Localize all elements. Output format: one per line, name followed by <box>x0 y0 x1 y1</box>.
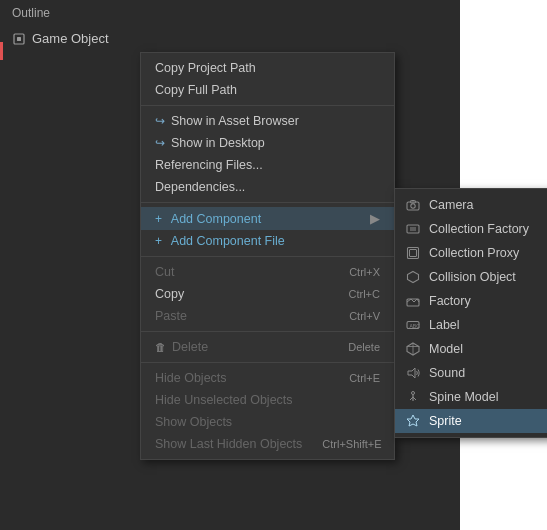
svg-marker-15 <box>408 368 415 378</box>
menu-label: + Add Component <box>155 212 261 226</box>
outline-panel: Outline Game Object Copy Project Path Co… <box>0 0 460 530</box>
menu-item-add-component-file[interactable]: + Add Component File <box>141 230 394 252</box>
separator-3 <box>141 256 394 257</box>
sound-icon <box>405 365 421 381</box>
submenu-item-factory[interactable]: Factory <box>395 289 547 313</box>
svg-rect-1 <box>17 37 21 41</box>
menu-label: Hide Unselected Objects <box>155 393 293 407</box>
menu-label: Show Last Hidden Objects <box>155 437 302 451</box>
collection-proxy-icon <box>405 245 421 261</box>
menu-item-cut[interactable]: Cut Ctrl+X <box>141 261 394 283</box>
shortcut-paste: Ctrl+V <box>349 310 380 322</box>
svg-text:ABC: ABC <box>410 323 421 329</box>
menu-item-referencing-files[interactable]: Referencing Files... <box>141 154 394 176</box>
plus-icon: + <box>155 234 162 248</box>
context-menu: Copy Project Path Copy Full Path ↪Show i… <box>140 52 395 460</box>
menu-item-dependencies[interactable]: Dependencies... <box>141 176 394 198</box>
menu-item-show-desktop[interactable]: ↪Show in Desktop <box>141 132 394 154</box>
svg-point-16 <box>412 392 415 395</box>
menu-item-show-asset-browser[interactable]: ↪Show in Asset Browser <box>141 110 394 132</box>
svg-point-3 <box>411 204 415 208</box>
menu-label: Copy Full Path <box>155 83 237 97</box>
menu-label: Copy Project Path <box>155 61 256 75</box>
menu-label: Dependencies... <box>155 180 245 194</box>
svg-rect-5 <box>407 225 419 233</box>
arrow-icon: ↪ <box>155 114 165 128</box>
submenu-label: Model <box>429 342 463 356</box>
submenu-label: Label <box>429 318 460 332</box>
submenu-item-label[interactable]: ABC Label <box>395 313 547 337</box>
menu-label: Referencing Files... <box>155 158 263 172</box>
add-component-submenu: Camera Collection Factory Collection Pro… <box>394 188 547 438</box>
menu-item-paste[interactable]: Paste Ctrl+V <box>141 305 394 327</box>
separator-4 <box>141 331 394 332</box>
menu-label: Copy <box>155 287 184 301</box>
menu-item-copy-full-path[interactable]: Copy Full Path <box>141 79 394 101</box>
selection-indicator <box>0 42 3 60</box>
submenu-label: Camera <box>429 198 473 212</box>
collection-factory-icon <box>405 221 421 237</box>
submenu-label: Sound <box>429 366 465 380</box>
shortcut-hide: Ctrl+E <box>349 372 380 384</box>
submenu-label: Spine Model <box>429 390 499 404</box>
game-object-row[interactable]: Game Object <box>0 26 460 51</box>
submenu-label: Collection Proxy <box>429 246 519 260</box>
submenu-item-camera[interactable]: Camera <box>395 193 547 217</box>
shortcut-show-last: Ctrl+Shift+E <box>322 438 381 450</box>
submenu-item-sprite[interactable]: Sprite <box>395 409 547 433</box>
submenu-item-spine-model[interactable]: Spine Model <box>395 385 547 409</box>
plus-icon: + <box>155 212 162 226</box>
shortcut-delete: Delete <box>348 341 380 353</box>
submenu-item-collection-factory[interactable]: Collection Factory <box>395 217 547 241</box>
menu-item-copy[interactable]: Copy Ctrl+C <box>141 283 394 305</box>
submenu-label: Factory <box>429 294 471 308</box>
arrow-icon: ↪ <box>155 136 165 150</box>
menu-label: 🗑Delete <box>155 340 208 354</box>
submenu-item-collision-object[interactable]: Collision Object <box>395 265 547 289</box>
shortcut-cut: Ctrl+X <box>349 266 380 278</box>
submenu-item-sound[interactable]: Sound <box>395 361 547 385</box>
menu-label: Hide Objects <box>155 371 227 385</box>
submenu-label: Collision Object <box>429 270 516 284</box>
menu-label: ↪Show in Desktop <box>155 136 265 150</box>
shortcut-copy: Ctrl+C <box>349 288 380 300</box>
menu-label: Cut <box>155 265 174 279</box>
separator-2 <box>141 202 394 203</box>
menu-item-delete[interactable]: 🗑Delete Delete <box>141 336 394 358</box>
svg-marker-20 <box>407 415 419 426</box>
camera-icon <box>405 197 421 213</box>
separator-5 <box>141 362 394 363</box>
game-object-label: Game Object <box>32 31 109 46</box>
factory-icon <box>405 293 421 309</box>
menu-item-show-objects[interactable]: Show Objects <box>141 411 394 433</box>
menu-label: + Add Component File <box>155 234 285 248</box>
submenu-arrow: ▶ <box>370 211 380 226</box>
submenu-label: Sprite <box>429 414 462 428</box>
menu-item-hide-objects[interactable]: Hide Objects Ctrl+E <box>141 367 394 389</box>
submenu-item-model[interactable]: Model <box>395 337 547 361</box>
collision-object-icon <box>405 269 421 285</box>
menu-label: Show Objects <box>155 415 232 429</box>
menu-label: ↪Show in Asset Browser <box>155 114 299 128</box>
model-icon <box>405 341 421 357</box>
outline-header: Outline <box>0 0 460 26</box>
submenu-item-collection-proxy[interactable]: Collection Proxy <box>395 241 547 265</box>
svg-rect-9 <box>410 250 417 257</box>
submenu-label: Collection Factory <box>429 222 529 236</box>
trash-icon: 🗑 <box>155 341 166 353</box>
menu-label: Paste <box>155 309 187 323</box>
separator-1 <box>141 105 394 106</box>
spine-model-icon <box>405 389 421 405</box>
menu-item-show-last-hidden[interactable]: Show Last Hidden Objects Ctrl+Shift+E <box>141 433 394 455</box>
menu-item-hide-unselected[interactable]: Hide Unselected Objects <box>141 389 394 411</box>
game-object-icon <box>12 32 26 46</box>
menu-item-add-component[interactable]: + Add Component ▶ <box>141 207 394 230</box>
menu-item-copy-project-path[interactable]: Copy Project Path <box>141 57 394 79</box>
sprite-icon <box>405 413 421 429</box>
label-icon: ABC <box>405 317 421 333</box>
